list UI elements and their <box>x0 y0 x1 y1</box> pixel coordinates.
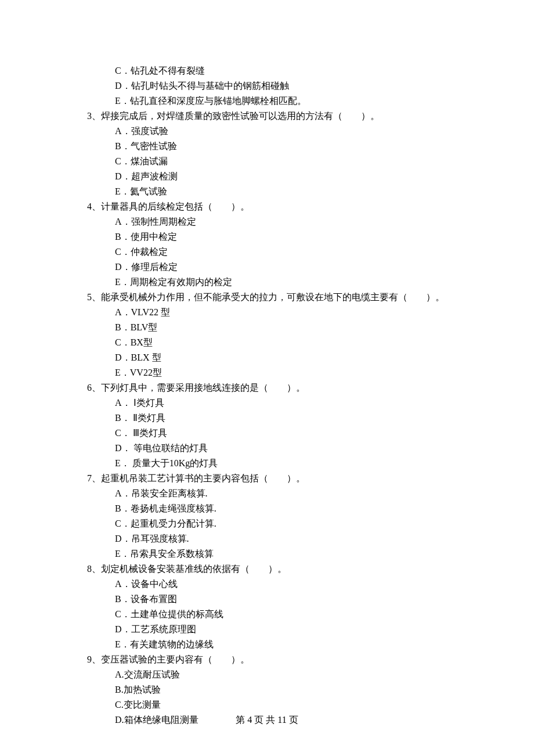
question-option: C．BX型 <box>87 336 464 350</box>
option-text: 使用中检定 <box>131 232 177 242</box>
option-label: C． <box>115 519 131 528</box>
option-text: 煤油试漏 <box>131 156 168 166</box>
option-text: Ⅱ类灯具 <box>131 413 165 423</box>
question-stem: 3、焊接完成后，对焊缝质量的致密性试验可以选用的方法有（ ）。 <box>87 109 464 123</box>
question-option: E．氦气试验 <box>87 185 464 199</box>
prefix-option: D．钻孔时钻头不得与基础中的钢筋相碰触 <box>87 79 464 93</box>
prefix-option: C．钻孔处不得有裂缝 <box>87 64 464 78</box>
option-label: D． <box>115 262 131 272</box>
option-label: C． <box>115 337 131 347</box>
option-text: 有关建筑物的边缘线 <box>130 639 214 649</box>
prefix-option: E．钻孔直径和深度应与胀锚地脚螺栓相匹配。 <box>87 94 464 108</box>
question-option: D．吊耳强度核算. <box>87 532 464 546</box>
option-text: 变比测量 <box>124 700 161 710</box>
question-stem: 8、划定机械设备安装基准线的依据有（ ）。 <box>87 562 464 576</box>
question-option: A．设备中心线 <box>87 577 464 591</box>
option-label: C． <box>115 247 131 257</box>
question-stem: 9、变压器试验的主要内容有（ ）。 <box>87 653 464 667</box>
question-option: C． Ⅲ类灯具 <box>87 426 464 440</box>
question-text: 计量器具的后续检定包括（ ）。 <box>101 201 250 211</box>
option-label: B． <box>115 141 131 151</box>
question-option: B．设备布置图 <box>87 592 464 606</box>
question-option: B.加热试验 <box>87 683 464 697</box>
option-label: A． <box>115 126 131 136</box>
option-text: 吊耳强度核算. <box>131 534 189 543</box>
option-label: C. <box>115 700 124 710</box>
content-body: C．钻孔处不得有裂缝D．钻孔时钻头不得与基础中的钢筋相碰触E．钻孔直径和深度应与… <box>87 64 464 727</box>
option-text: 强制性周期检定 <box>131 217 196 226</box>
option-text: 强度试验 <box>131 126 168 136</box>
option-text: BX型 <box>131 337 153 347</box>
option-text: 卷扬机走绳强度核算. <box>131 503 217 513</box>
question-option: D．修理后检定 <box>87 260 464 274</box>
question-option: E． 质量大于10Kg的灯具 <box>87 456 464 470</box>
option-label: C． <box>115 428 131 438</box>
question-option: E．吊索具安全系数核算 <box>87 547 464 561</box>
option-text: 周期检定有效期内的检定 <box>130 277 232 287</box>
option-label: C． <box>115 66 131 75</box>
option-text: 钻孔直径和深度应与胀锚地脚螺栓相匹配。 <box>130 96 306 106</box>
option-text: 氦气试验 <box>130 186 167 196</box>
page-footer: 第 4 页 共 11 页 <box>0 713 534 727</box>
question-option: B．卷扬机走绳强度核算. <box>87 502 464 516</box>
option-label: A． <box>115 488 131 498</box>
question-option: D．BLX 型 <box>87 351 464 365</box>
option-label: E． <box>115 639 130 649</box>
question-text: 焊接完成后，对焊缝质量的致密性试验可以选用的方法有（ ）。 <box>101 111 380 121</box>
option-text: 吊索具安全系数核算 <box>130 549 214 559</box>
option-label: B． <box>115 503 131 513</box>
question-text: 起重机吊装工艺计算书的主要内容包括（ ）。 <box>101 473 305 483</box>
option-label: D． <box>115 81 131 91</box>
option-label: D． <box>115 534 131 543</box>
option-label: E． <box>115 458 130 468</box>
option-label: E． <box>115 549 130 559</box>
question-option: A． Ⅰ类灯具 <box>87 396 464 410</box>
option-text: 修理后检定 <box>131 262 178 272</box>
option-label: A． <box>115 217 131 226</box>
option-text: 气密性试验 <box>131 141 177 151</box>
option-text: 质量大于10Kg的灯具 <box>130 458 218 468</box>
question-option: B．BLV型 <box>87 321 464 334</box>
question-option: B．使用中检定 <box>87 230 464 244</box>
question-option: E．VV22型 <box>87 366 464 380</box>
question-option: D．超声波检测 <box>87 170 464 183</box>
question-option: E．周期检定有效期内的检定 <box>87 275 464 289</box>
option-label: B． <box>115 594 131 604</box>
option-text: 设备布置图 <box>131 594 177 604</box>
question-option: B．气密性试验 <box>87 139 464 153</box>
question-stem: 7、起重机吊装工艺计算书的主要内容包括（ ）。 <box>87 471 464 485</box>
option-label: E． <box>115 96 130 106</box>
option-label: E． <box>115 368 130 377</box>
question-option: C．起重机受力分配计算. <box>87 517 464 531</box>
question-option: D．工艺系统原理图 <box>87 622 464 636</box>
option-label: A． <box>115 398 131 408</box>
question-number: 9、 <box>87 654 101 664</box>
question-option: D． 等电位联结的灯具 <box>87 441 464 455</box>
question-number: 6、 <box>87 383 101 393</box>
option-label: E． <box>115 186 130 196</box>
question-option: C．煤油试漏 <box>87 154 464 168</box>
option-label: E． <box>115 277 130 287</box>
question-number: 4、 <box>87 201 101 211</box>
question-text: 划定机械设备安装基准线的依据有（ ）。 <box>101 564 287 574</box>
question-option: B． Ⅱ类灯具 <box>87 411 464 425</box>
question-text: 下列灯具中，需要采用接地线连接的是（ ）。 <box>101 383 305 393</box>
option-text: 钻孔处不得有裂缝 <box>131 66 205 75</box>
option-text: 交流耐压试验 <box>124 669 180 679</box>
option-text: 起重机受力分配计算. <box>131 519 217 528</box>
option-text: Ⅰ类灯具 <box>131 398 164 408</box>
question-stem: 5、能承受机械外力作用，但不能承受大的拉力，可敷设在地下的电缆主要有（ ）。 <box>87 290 464 304</box>
option-label: D． <box>115 624 131 634</box>
option-label: C． <box>115 156 131 166</box>
option-label: A． <box>115 307 131 317</box>
option-label: D． <box>115 171 131 181</box>
question-number: 7、 <box>87 473 101 483</box>
question-option: A.交流耐压试验 <box>87 668 464 682</box>
option-label: D． <box>115 443 131 453</box>
question-number: 5、 <box>87 292 101 302</box>
question-option: A．强度试验 <box>87 124 464 138</box>
option-text: 设备中心线 <box>131 579 178 589</box>
option-text: 加热试验 <box>124 685 161 694</box>
option-label: B． <box>115 322 131 332</box>
option-label: D． <box>115 352 131 362</box>
